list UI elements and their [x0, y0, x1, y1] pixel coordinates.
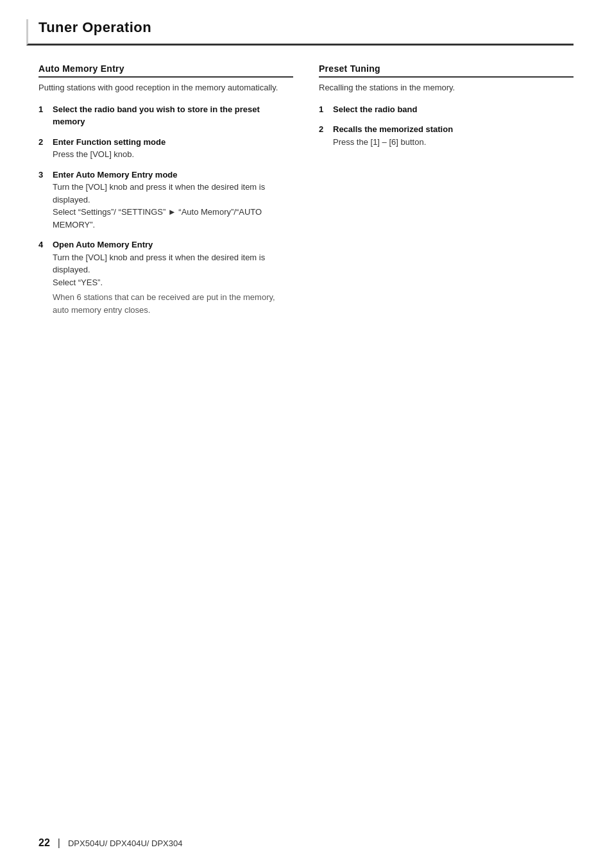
- right-step-1: 1 Select the radio band: [319, 103, 574, 116]
- footer-page-number: 22: [38, 837, 50, 849]
- step-content-4: Open Auto Memory Entry Turn the [VOL] kn…: [53, 238, 293, 316]
- step-number-3: 3: [38, 169, 49, 181]
- page-container: Tuner Operation Auto Memory Entry Puttin…: [0, 0, 612, 868]
- right-step-content-1: Select the radio band: [333, 103, 574, 116]
- footer-divider: |: [58, 837, 60, 849]
- right-step-number-2: 2: [319, 123, 329, 136]
- left-step-4: 4 Open Auto Memory Entry Turn the [VOL] …: [38, 238, 293, 316]
- step-number-2: 2: [38, 136, 49, 149]
- page-title: Tuner Operation: [26, 19, 574, 46]
- left-step-list: 1 Select the radio band you wish to stor…: [38, 103, 293, 317]
- step-title-3: Enter Auto Memory Entry mode: [53, 169, 293, 181]
- right-column: Preset Tuning Recalling the stations in …: [319, 63, 574, 156]
- step-title-2: Enter Function setting mode: [53, 136, 293, 149]
- step-detail-3: Turn the [VOL] knob and press it when th…: [53, 181, 293, 231]
- page-footer: 22 | DPX504U/ DPX404U/ DPX304: [38, 837, 574, 849]
- left-section-heading: Auto Memory Entry: [38, 63, 293, 78]
- right-section-intro: Recalling the stations in the memory.: [319, 81, 574, 94]
- right-step-content-2: Recalls the memorized station Press the …: [333, 123, 574, 148]
- step-content-2: Enter Function setting mode Press the [V…: [53, 136, 293, 161]
- left-step-3: 3 Enter Auto Memory Entry mode Turn the …: [38, 169, 293, 231]
- step-content-3: Enter Auto Memory Entry mode Turn the [V…: [53, 169, 293, 231]
- step-note-4: When 6 stations that can be received are…: [53, 291, 293, 316]
- footer-model: DPX504U/ DPX404U/ DPX304: [68, 839, 182, 848]
- step-title-4: Open Auto Memory Entry: [53, 238, 293, 251]
- right-section-heading: Preset Tuning: [319, 63, 574, 78]
- right-step-2: 2 Recalls the memorized station Press th…: [319, 123, 574, 148]
- step-detail-4: Turn the [VOL] knob and press it when th…: [53, 251, 293, 289]
- right-step-list: 1 Select the radio band 2 Recalls the me…: [319, 103, 574, 149]
- step-title-1: Select the radio band you wish to store …: [53, 103, 293, 128]
- two-column-layout: Auto Memory Entry Putting stations with …: [38, 63, 574, 324]
- left-column: Auto Memory Entry Putting stations with …: [38, 63, 293, 324]
- right-step-title-1: Select the radio band: [333, 103, 574, 116]
- left-step-1: 1 Select the radio band you wish to stor…: [38, 103, 293, 128]
- left-section-intro: Putting stations with good reception in …: [38, 81, 293, 94]
- step-number-4: 4: [38, 238, 49, 251]
- right-step-detail-2: Press the [1] – [6] button.: [333, 136, 574, 149]
- step-number-1: 1: [38, 103, 49, 116]
- right-step-number-1: 1: [319, 103, 329, 116]
- step-content-1: Select the radio band you wish to store …: [53, 103, 293, 128]
- right-step-title-2: Recalls the memorized station: [333, 123, 574, 136]
- step-detail-2: Press the [VOL] knob.: [53, 148, 293, 161]
- left-step-2: 2 Enter Function setting mode Press the …: [38, 136, 293, 161]
